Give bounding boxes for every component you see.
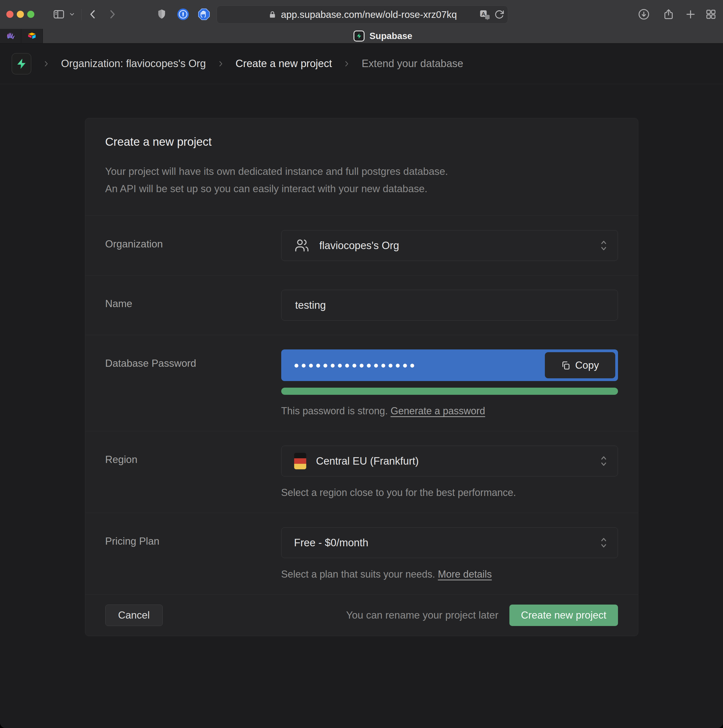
toolbar-divider bbox=[81, 9, 82, 20]
tab-strip: Supabase bbox=[0, 29, 723, 43]
chevron-down-icon[interactable] bbox=[67, 7, 77, 21]
browser-toolbar: app.supabase.com/new/old-rose-xrz07kq A bbox=[0, 0, 723, 29]
pricing-value: Free - $0/month bbox=[294, 537, 368, 549]
svg-text:A: A bbox=[481, 11, 485, 17]
supabase-page: Organization: flaviocopes's Org Create a… bbox=[0, 43, 723, 728]
organization-row: Organization flaviocop bbox=[85, 216, 638, 275]
copy-password-button[interactable]: Copy bbox=[545, 352, 615, 378]
copy-icon bbox=[561, 361, 571, 370]
lock-icon bbox=[268, 10, 277, 19]
region-value: Central EU (Frankfurt) bbox=[316, 455, 419, 467]
select-chevrons-icon bbox=[599, 536, 608, 549]
reload-icon[interactable] bbox=[494, 9, 504, 20]
pinned-tab-hand[interactable] bbox=[0, 29, 21, 43]
new-tab-icon[interactable] bbox=[683, 7, 698, 21]
onepassword-icon[interactable] bbox=[176, 7, 190, 21]
name-label: Name bbox=[105, 290, 281, 321]
tab-title: Supabase bbox=[370, 31, 412, 41]
organization-select[interactable]: flaviocopes's Org bbox=[281, 230, 618, 261]
name-row: Name testing bbox=[85, 275, 638, 335]
card-description-line2: An API will be set up so you can easily … bbox=[105, 180, 618, 197]
close-window-button[interactable] bbox=[6, 11, 14, 18]
organization-value: flaviocopes's Org bbox=[319, 240, 399, 252]
tab-overview-icon[interactable] bbox=[704, 7, 718, 21]
pricing-helper-text: Select a plan that suits your needs. bbox=[281, 569, 438, 580]
breadcrumb-extend-database: Extend your database bbox=[362, 58, 463, 70]
create-new-project-button[interactable]: Create new project bbox=[509, 604, 618, 626]
breadcrumb-create-project[interactable]: Create a new project bbox=[235, 58, 332, 70]
region-label: Region bbox=[105, 446, 281, 499]
region-row: Region Central EU (Frankfurt) bbox=[85, 431, 638, 513]
germany-flag-icon bbox=[294, 453, 306, 469]
main-content: Create a new project Your project will h… bbox=[0, 84, 723, 636]
card-description-line1: Your project will have its own dedicated… bbox=[105, 163, 618, 180]
rename-note: You can rename your project later bbox=[346, 610, 498, 621]
password-strength-text: This password is strong. bbox=[281, 405, 391, 416]
pinned-tab-airtable[interactable] bbox=[21, 29, 43, 43]
project-name-input[interactable]: testing bbox=[281, 290, 618, 321]
select-chevrons-icon bbox=[599, 239, 608, 252]
users-icon bbox=[294, 238, 310, 253]
create-project-card: Create a new project Your project will h… bbox=[85, 118, 638, 636]
pricing-label: Pricing Plan bbox=[105, 527, 281, 580]
browser-window: app.supabase.com/new/old-rose-xrz07kq A bbox=[0, 0, 723, 728]
card-header: Create a new project Your project will h… bbox=[85, 118, 638, 216]
select-chevrons-icon bbox=[599, 454, 608, 468]
password-input[interactable]: ●●●●●●●●●●●●●●●●● Copy bbox=[281, 349, 618, 381]
breadcrumb-chevron-icon bbox=[343, 60, 350, 67]
tab-supabase[interactable]: Supabase bbox=[43, 29, 723, 43]
region-select[interactable]: Central EU (Frankfurt) bbox=[281, 446, 618, 476]
content-blocker-icon[interactable] bbox=[197, 7, 211, 21]
sidebar-icon[interactable] bbox=[52, 7, 66, 21]
supabase-favicon-icon bbox=[353, 31, 365, 41]
pricing-select[interactable]: Free - $0/month bbox=[281, 527, 618, 558]
pricing-row: Pricing Plan Free - $0/month Select a pl… bbox=[85, 513, 638, 594]
breadcrumb-chevron-icon bbox=[217, 60, 225, 67]
copy-button-label: Copy bbox=[575, 359, 599, 371]
share-icon[interactable] bbox=[662, 7, 676, 21]
forward-button[interactable] bbox=[105, 7, 119, 21]
translate-icon[interactable]: A bbox=[478, 9, 491, 21]
minimize-window-button[interactable] bbox=[17, 11, 24, 18]
url-text[interactable]: app.supabase.com/new/old-rose-xrz07kq bbox=[281, 9, 457, 20]
page-title: Create a new project bbox=[105, 135, 618, 149]
breadcrumb: Organization: flaviocopes's Org Create a… bbox=[0, 43, 723, 84]
breadcrumb-organization[interactable]: Organization: flaviocopes's Org bbox=[61, 58, 206, 70]
card-footer: Cancel You can rename your project later… bbox=[85, 594, 638, 636]
password-row: Database Password ●●●●●●●●●●●●●●●●● bbox=[85, 335, 638, 431]
zoom-window-button[interactable] bbox=[27, 11, 34, 18]
password-strength-bar bbox=[281, 388, 618, 395]
generate-password-link[interactable]: Generate a password bbox=[391, 405, 485, 416]
shield-icon[interactable] bbox=[154, 7, 169, 21]
back-button[interactable] bbox=[86, 7, 100, 21]
password-helper: This password is strong. Generate a pass… bbox=[281, 405, 618, 417]
airtable-icon bbox=[27, 31, 37, 41]
address-bar[interactable]: app.supabase.com/new/old-rose-xrz07kq A bbox=[217, 6, 508, 24]
breadcrumb-chevron-icon bbox=[42, 60, 50, 67]
pricing-helper: Select a plan that suits your needs. Mor… bbox=[281, 569, 618, 580]
download-icon[interactable] bbox=[637, 7, 651, 21]
password-label: Database Password bbox=[105, 349, 281, 417]
hand-scribble-icon bbox=[6, 31, 15, 41]
supabase-logo-icon[interactable] bbox=[12, 53, 31, 75]
cancel-button[interactable]: Cancel bbox=[105, 604, 163, 626]
more-details-link[interactable]: More details bbox=[438, 569, 492, 580]
region-helper: Select a region close to you for the bes… bbox=[281, 487, 618, 499]
organization-label: Organization bbox=[105, 230, 281, 261]
password-masked-value: ●●●●●●●●●●●●●●●●● bbox=[294, 360, 417, 370]
